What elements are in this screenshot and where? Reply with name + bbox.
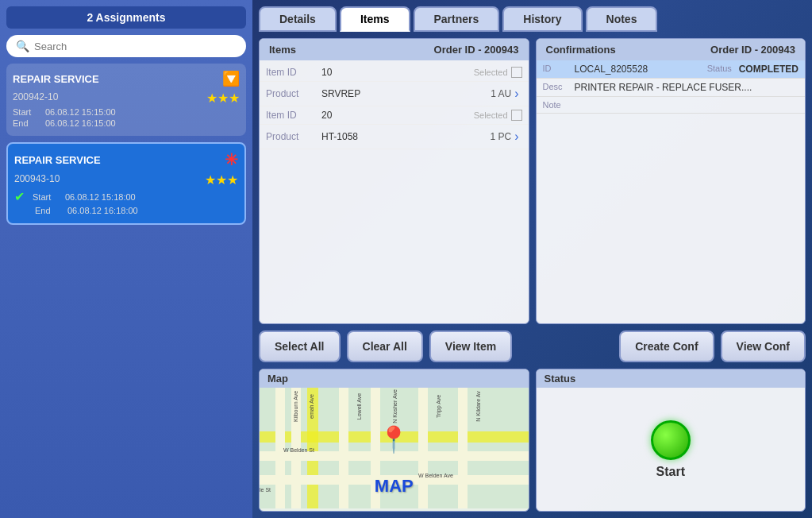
status-label: Start: [656, 465, 685, 479]
conf-panel-header: Confirmations Order ID - 200943: [537, 39, 806, 60]
assignment-card-2[interactable]: REPAIR SERVICE ✳ 200943-10 ★★★ ✔ Start 0…: [6, 142, 246, 225]
assignment-card-1[interactable]: REPAIR SERVICE 🔽 200942-10 ★★★ Start 06.…: [6, 64, 246, 136]
product-label-2: Product: [266, 131, 321, 142]
asterisk-icon: ✳: [225, 150, 238, 169]
street-label-h2: W Belden Ave: [418, 473, 453, 478]
map-pin: 📍: [378, 424, 410, 454]
item-selected-1: Selected: [474, 68, 508, 77]
clear-all-button[interactable]: Clear All: [347, 331, 423, 362]
select-all-button[interactable]: Select All: [259, 331, 341, 362]
card-1-start-time: 06.08.12 15:15:00: [45, 107, 116, 117]
card-2-end-time: 06.08.12 16:18:00: [67, 206, 138, 215]
product-value-2: HT-1058: [321, 131, 471, 142]
arrow-right-2[interactable]: ›: [511, 128, 521, 145]
card-2-id: 200943-10: [14, 173, 60, 184]
conf-table: ID LOCAL_8205528 Status COMPLETED Desc P…: [537, 60, 806, 323]
card-2-title: REPAIR SERVICE: [14, 154, 101, 166]
card-2-end-label: End: [35, 206, 63, 215]
map-content: Kilbourn Ave emah Ave Lowell Ave Tripp A…: [260, 388, 529, 508]
conf-value-note: [575, 100, 799, 110]
card-1-id: 200942-10: [13, 91, 58, 102]
conf-label-note: Note: [543, 100, 575, 110]
check-icon: ✔: [14, 189, 25, 204]
conf-title: Confirmations: [546, 44, 616, 56]
right-panel: Details Items Partners History Notes Ite…: [252, 0, 812, 518]
tab-notes[interactable]: Notes: [586, 6, 658, 32]
view-item-button[interactable]: View Item: [429, 331, 512, 362]
arrow-right-1[interactable]: ›: [511, 85, 521, 102]
item-row-1b: Product SRVREP 1 AU ›: [260, 82, 529, 106]
product-label-1: Product: [266, 88, 321, 99]
status-header: Status: [537, 369, 806, 388]
street-label-2: emah Ave: [309, 388, 314, 431]
conf-order-id: Order ID - 200943: [710, 44, 795, 56]
tab-details[interactable]: Details: [259, 6, 337, 32]
street-label-6: N Kildare Av: [475, 388, 481, 431]
conf-row-2: Desc PRINTER REPAIR - REPLACE FUSER....: [537, 79, 806, 97]
conf-value-desc: PRINTER REPAIR - REPLACE FUSER....: [575, 82, 799, 93]
street-label-7: le St: [260, 487, 271, 493]
assignments-header: 2 Assignments: [6, 6, 246, 29]
action-buttons: Select All Clear All View Item Create Co…: [259, 331, 806, 362]
item-selected-2: Selected: [474, 110, 508, 120]
items-title: Items: [269, 44, 296, 56]
tab-partners[interactable]: Partners: [414, 6, 500, 32]
tabs-bar: Details Items Partners History Notes: [259, 6, 806, 32]
item-row-2b: Product HT-1058 1 PC ›: [260, 125, 529, 149]
content-area: Items Order ID - 200943 Item ID 10 Selec…: [259, 38, 806, 324]
view-conf-button[interactable]: View Conf: [721, 331, 806, 362]
items-panel: Items Order ID - 200943 Item ID 10 Selec…: [259, 38, 529, 324]
card-1-end-time: 06.08.12 16:15:00: [45, 118, 116, 128]
status-panel: Status Start: [536, 369, 806, 512]
status-circle: [651, 420, 691, 460]
card-1-start-label: Start: [13, 107, 40, 117]
street-label-4: Tripp Ave: [436, 388, 441, 431]
create-conf-button[interactable]: Create Conf: [619, 331, 714, 362]
items-panel-header: Items Order ID - 200943: [260, 39, 529, 60]
item-label-2: Item ID: [266, 110, 321, 121]
street-label-h1: W Belden St: [283, 447, 314, 453]
product-value-1: SRVREP: [321, 88, 471, 99]
item-qty-1: 1 AU: [471, 88, 511, 99]
card-2-start-time: 06.08.12 15:18:00: [65, 192, 136, 202]
search-icon: 🔍: [16, 40, 29, 52]
bottom-row: Map Kilbourn Ave emah Ave Lowell Ave: [259, 369, 806, 512]
item-value-1: 10: [321, 67, 474, 78]
street-label-1: Kilbourn Ave: [293, 388, 298, 431]
conf-label-desc: Desc: [543, 82, 575, 93]
item-row-1a: Item ID 10 Selected: [260, 64, 529, 82]
item-qty-2: 1 PC: [471, 131, 511, 142]
conf-label-status: Status: [707, 64, 739, 75]
search-box: 🔍: [6, 35, 246, 57]
map-label: MAP: [375, 476, 414, 497]
down-arrow-icon: 🔽: [222, 70, 240, 87]
conf-value-status: COMPLETED: [739, 64, 799, 75]
conf-row-1: ID LOCAL_8205528 Status COMPLETED: [537, 60, 806, 79]
card-1-stars: ★★★: [206, 91, 240, 106]
street-label-3: Lowell Ave: [356, 388, 362, 431]
conf-row-3: Note: [537, 97, 806, 114]
search-input[interactable]: [34, 41, 237, 52]
map-header: Map: [260, 369, 529, 388]
items-table: Item ID 10 Selected Product SRVREP 1 AU …: [260, 60, 529, 323]
conf-value-id: LOCAL_8205528: [575, 64, 707, 75]
items-order-id: Order ID - 200943: [434, 44, 519, 56]
tab-items[interactable]: Items: [340, 6, 410, 32]
card-1-end-label: End: [13, 118, 40, 128]
status-content: Start: [537, 388, 806, 511]
card-1-title: REPAIR SERVICE: [13, 73, 99, 85]
map-panel: Map Kilbourn Ave emah Ave Lowell Ave: [259, 369, 529, 512]
card-2-start-label: Start: [33, 192, 60, 202]
checkbox-2[interactable]: [511, 110, 522, 121]
left-panel: 2 Assignments 🔍 REPAIR SERVICE 🔽 200942-…: [0, 0, 252, 518]
confirmations-panel: Confirmations Order ID - 200943 ID LOCAL…: [536, 38, 806, 324]
item-row-2a: Item ID 20 Selected: [260, 106, 529, 125]
item-label-1: Item ID: [266, 67, 321, 78]
tab-history[interactable]: History: [502, 6, 582, 32]
card-2-stars: ★★★: [205, 172, 238, 187]
item-value-2: 20: [321, 110, 474, 121]
checkbox-1[interactable]: [511, 67, 522, 78]
conf-label-id: ID: [543, 64, 575, 75]
